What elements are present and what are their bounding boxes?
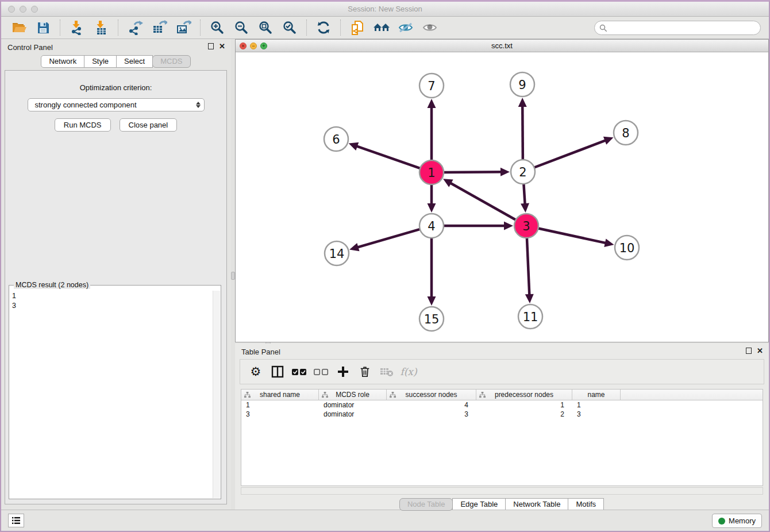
table-cell[interactable]: 1 [572,400,621,410]
zoom-selected-icon[interactable] [279,18,300,37]
toolbar-separator [340,20,341,36]
table-settings-gear-icon[interactable]: ⚙ [246,362,265,381]
graph-edge-1-7[interactable] [428,99,436,161]
graph-edge-4-15[interactable] [428,237,436,306]
search-icon [599,24,607,32]
column-header-name[interactable]: name [572,390,621,400]
float-panel-icon[interactable] [208,43,214,49]
graph-node-11[interactable]: 11 [518,304,542,329]
deselect-all-icon[interactable] [311,362,331,381]
svg-text:14: 14 [329,247,345,261]
column-header-shared-name[interactable]: shared name [241,390,319,400]
table-cell[interactable]: 1 [476,400,572,410]
tab-network-table[interactable]: Network Table [505,498,568,511]
close-panel-icon[interactable]: ✕ [219,43,225,49]
graph-edge-1-4[interactable] [428,183,436,213]
graph-node-10[interactable]: 10 [615,236,639,260]
graph-node-9[interactable]: 9 [510,72,534,97]
graph-edge-3-1[interactable] [443,179,517,220]
vertical-split-divider[interactable] [231,39,235,510]
graph-edge-3-10[interactable] [537,228,614,247]
zoom-out-icon[interactable] [231,18,252,37]
mcds-result-box: MCDS result (2 nodes) 13 [9,285,221,499]
graph-node-7[interactable]: 7 [419,74,444,98]
graph-edge-1-6[interactable] [349,142,421,169]
tab-network[interactable]: Network [41,55,84,68]
table-cell[interactable]: dominator [319,410,387,419]
graph-node-4[interactable]: 4 [419,214,444,238]
vertical-split-grip[interactable] [231,272,235,280]
result-scrollbar[interactable] [213,291,220,498]
table-row[interactable]: 3dominator323 [241,410,763,419]
export-network-icon[interactable] [125,18,145,37]
run-mcds-button[interactable]: Run MCDS [55,118,111,132]
toolbar-separator [306,20,307,36]
close-panel-icon[interactable]: ✕ [757,348,763,354]
graph-node-3[interactable]: 3 [514,214,538,238]
column-header-MCDS-role[interactable]: MCDS role [319,390,387,400]
mcds-result-list[interactable]: 13 [10,291,213,498]
first-neighbors-icon[interactable] [371,18,392,37]
table-cell[interactable]: 3 [387,410,476,419]
export-table-icon[interactable] [149,18,170,37]
graph-node-2[interactable]: 2 [511,160,535,184]
table-cell[interactable]: 3 [241,410,319,419]
search-input[interactable] [610,24,756,32]
table-cell[interactable]: dominator [319,400,387,410]
column-header-successor-nodes[interactable]: successor nodes [387,390,476,400]
graph-edge-4-14[interactable] [349,229,421,251]
hide-selected-eye-icon[interactable] [395,18,416,37]
network-window-titlebar: × − + scc.txt [236,40,768,52]
table-cell[interactable]: 2 [476,410,572,419]
duplicate-network-icon[interactable] [347,18,368,37]
save-session-icon[interactable] [33,18,53,37]
graph-node-8[interactable]: 8 [614,121,638,145]
zoom-in-icon[interactable] [207,18,228,37]
search-box[interactable] [594,21,761,35]
table-horizontal-scrollbar[interactable] [241,487,763,495]
graph-edge-2-3[interactable] [521,183,529,213]
graph-edge-2-9[interactable] [518,98,527,161]
tab-edge-table[interactable]: Edge Table [452,498,506,511]
refresh-icon[interactable] [313,18,334,37]
import-table-icon[interactable] [91,18,111,37]
zoom-fit-icon[interactable] [255,18,276,37]
table-cell[interactable]: 1 [241,400,319,410]
graph-edge-3-11[interactable] [525,237,534,303]
network-canvas[interactable]: 7968124314101511 [236,52,768,342]
graph-edge-1-2[interactable] [442,168,510,176]
tab-motifs[interactable]: Motifs [568,498,604,511]
svg-text:1: 1 [428,166,435,180]
mcds-panel: Optimization criterion: strongly connect… [5,70,227,504]
delete-column-trash-icon[interactable] [355,362,375,381]
close-panel-button[interactable]: Close panel [120,118,178,132]
import-network-icon[interactable] [67,18,87,37]
graph-node-14[interactable]: 14 [325,241,349,265]
add-column-icon[interactable] [333,362,353,381]
graph-edge-4-3[interactable] [442,222,513,230]
dropdown-stepper-icon [196,102,201,108]
graph-node-15[interactable]: 15 [419,307,444,331]
graph-node-6[interactable]: 6 [324,127,348,151]
graph-edge-2-8[interactable] [533,137,614,168]
show-all-eye-icon[interactable] [419,18,440,37]
tab-style[interactable]: Style [84,55,117,68]
svg-text:2: 2 [519,165,526,179]
task-history-button[interactable] [8,514,24,527]
graph-node-1[interactable]: 1 [419,160,444,184]
table-cell[interactable]: 4 [387,400,476,410]
select-all-icon[interactable] [290,362,309,381]
open-file-icon[interactable] [9,18,29,37]
float-panel-icon[interactable] [746,348,752,354]
tab-mcds[interactable]: MCDS [152,55,190,68]
column-header-predecessor-nodes[interactable]: predecessor nodes [476,390,572,400]
export-image-icon[interactable] [173,18,194,37]
table-cell[interactable]: 3 [572,410,621,419]
tab-select[interactable]: Select [116,55,153,68]
show-columns-icon[interactable] [268,362,287,381]
svg-text:9: 9 [518,78,526,92]
optimization-criterion-select[interactable]: strongly connected component [28,98,205,111]
memory-button[interactable]: Memory [712,514,762,528]
tab-node-table[interactable]: Node Table [399,498,453,511]
table-row[interactable]: 1dominator411 [241,400,763,410]
